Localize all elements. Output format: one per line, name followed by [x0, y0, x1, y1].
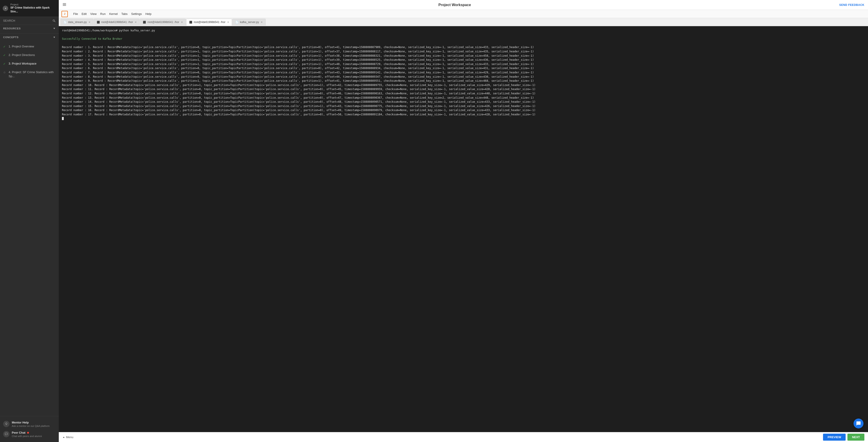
- sidebar-footer: Mentor Help Ask a mentor on our Q&A plat…: [0, 416, 59, 442]
- peer-chat-text: Peer Chat Chat with peers and alumni: [12, 431, 42, 438]
- svg-marker-3: [53, 28, 55, 29]
- menu-help[interactable]: Help: [145, 12, 151, 15]
- sidebar-item-label-directions: 2. Project Directions: [8, 53, 35, 57]
- concepts-label: CONCEPTS: [3, 36, 19, 39]
- resources-section-header[interactable]: RESOURCES: [0, 25, 59, 32]
- menu-file[interactable]: File: [73, 12, 78, 15]
- svg-rect-7: [5, 433, 7, 435]
- tab-data-stream-label: data_stream.py: [68, 21, 87, 24]
- jupyter-logo: J: [61, 11, 68, 17]
- tab-data-stream[interactable]: 📄 data_stream.py ×: [61, 19, 93, 26]
- tab-terminal-2[interactable]: ⬛ root@4de61998b541: /hor ×: [140, 19, 186, 26]
- terminal-output[interactable]: root@4de61998b541:/home/workspace# pytho…: [59, 26, 868, 432]
- sidebar: Project: SF Crime Statistics with Spark …: [0, 0, 59, 442]
- sidebar-project-info: Project: SF Crime Statistics with Spark …: [10, 3, 56, 13]
- terminal-record-line: Record number : 15. Record : RecordMetad…: [62, 104, 865, 108]
- tab-data-stream-icon: 📄: [64, 21, 67, 24]
- sidebar-collapse-button[interactable]: [3, 6, 8, 11]
- tabs-bar: 📄 data_stream.py × ⬛ root@4de61998b541: …: [59, 18, 868, 26]
- resources-label: RESOURCES: [3, 27, 21, 30]
- sidebar-search-bar[interactable]: SEARCH: [0, 17, 59, 25]
- tab-terminal-3[interactable]: ⬛ root@4de61998b541: /hor ×: [186, 19, 232, 26]
- menu-tabs[interactable]: Tabs: [121, 12, 127, 15]
- chevron-up-icon: [62, 436, 65, 439]
- next-button[interactable]: NEXT: [847, 434, 864, 441]
- search-icon: [53, 19, 56, 22]
- svg-rect-6: [6, 424, 7, 425]
- tab-kafka-server-label: kafka_server.py: [240, 21, 259, 24]
- tab-kafka-server-close[interactable]: ×: [260, 20, 262, 24]
- tab-terminal-3-close[interactable]: ×: [227, 20, 229, 24]
- peer-chat-item[interactable]: Peer Chat Chat with peers and alumni: [3, 429, 56, 439]
- terminal-record-line: Record number : 10. Record : RecordMetad…: [62, 83, 865, 88]
- svg-rect-11: [63, 5, 66, 6]
- menu-toggle-button[interactable]: Menu: [62, 436, 73, 439]
- send-feedback-button[interactable]: SEND FEEDBACK: [839, 3, 864, 6]
- sidebar-item-label-project: 4. Project: SF Crime Statistics with Sp.…: [8, 70, 56, 78]
- svg-rect-10: [63, 4, 66, 5]
- concepts-section-header[interactable]: CONCEPTS: [0, 34, 59, 40]
- main-content: Project Workspace SEND FEEDBACK J File E…: [59, 0, 868, 442]
- preview-button[interactable]: PREVIEW: [823, 434, 846, 441]
- tab-terminal-2-label: root@4de61998b541: /hor: [147, 21, 179, 24]
- terminal-record-line: Record number : 9. Record : RecordMetada…: [62, 79, 865, 83]
- sidebar-item-project[interactable]: ☆ 4. Project: SF Crime Statistics with S…: [0, 68, 59, 80]
- sidebar-item-overview[interactable]: ✓ 1. Project Overview: [0, 42, 59, 51]
- sidebar-item-directions[interactable]: ✓ 2. Project Directions: [0, 51, 59, 59]
- tab-kafka-server-icon: 📄: [235, 21, 239, 24]
- tab-terminal-2-close[interactable]: ×: [181, 20, 183, 24]
- tab-kafka-server[interactable]: 📄 kafka_server.py ×: [232, 19, 266, 26]
- svg-marker-4: [53, 37, 55, 38]
- hamburger-menu-button[interactable]: [62, 2, 66, 7]
- chat-bubble-icon: [856, 421, 861, 426]
- terminal-record-line: Record number : 12. Record : RecordMetad…: [62, 92, 865, 96]
- terminal-record-line: Record number : 5. Record : RecordMetada…: [62, 62, 865, 66]
- terminal-record-line: Record number : 4. Record : RecordMetada…: [62, 58, 865, 62]
- terminal-record-line: Record number : 13. Record : RecordMetad…: [62, 96, 865, 100]
- star-icon-project: ☆: [3, 70, 7, 74]
- topbar-title: Project Workspace: [70, 3, 839, 7]
- tab-terminal-1-label: root@4de61998b541: /hor: [101, 21, 133, 24]
- svg-point-5: [6, 423, 7, 424]
- svg-rect-9: [63, 3, 66, 4]
- sidebar-header: Project: SF Crime Statistics with Spark …: [0, 0, 59, 17]
- menu-view[interactable]: View: [90, 12, 96, 15]
- sidebar-item-workspace[interactable]: ✓ 3. Project Workspace: [0, 59, 59, 68]
- menu-label: Menu: [66, 436, 73, 439]
- menu-kernel[interactable]: Kernel: [109, 12, 118, 15]
- tab-terminal-3-icon: ⬛: [189, 21, 192, 24]
- peer-chat-dot: [27, 432, 29, 434]
- terminal-record-line: Record number : 7. Record : RecordMetada…: [62, 70, 865, 75]
- mentor-help-sub: Ask a mentor on our Q&A platform: [12, 424, 50, 427]
- tab-data-stream-close[interactable]: ×: [89, 20, 90, 24]
- concepts-collapse-icon: [53, 36, 56, 39]
- tab-terminal-1-close[interactable]: ×: [135, 20, 136, 24]
- check-icon-workspace: ✓: [3, 62, 7, 65]
- terminal-record-line: Record number : 2. Record : RecordMetada…: [62, 49, 865, 54]
- check-icon-directions: ✓: [3, 53, 7, 57]
- search-label: SEARCH: [3, 19, 53, 22]
- terminal-record-line: Record number : 1. Record : RecordMetada…: [62, 45, 865, 49]
- peer-chat-icon: [3, 431, 9, 437]
- mentor-help-text: Mentor Help Ask a mentor on our Q&A plat…: [12, 421, 50, 427]
- svg-line-2: [54, 21, 55, 22]
- terminal-record-line: Record number : 6. Record : RecordMetada…: [62, 66, 865, 70]
- menu-edit[interactable]: Edit: [82, 12, 87, 15]
- menu-run[interactable]: Run: [100, 12, 105, 15]
- chat-bubble-button[interactable]: [854, 418, 864, 429]
- tab-terminal-1[interactable]: ⬛ root@4de61998b541: /hor ×: [94, 19, 140, 26]
- menu-settings[interactable]: Settings: [131, 12, 142, 15]
- peer-chat-title: Peer Chat: [12, 431, 42, 434]
- sidebar-nav: ✓ 1. Project Overview ✓ 2. Project Direc…: [0, 40, 59, 416]
- peer-chat-sub: Chat with peers and alumni: [12, 435, 42, 438]
- mentor-help-item[interactable]: Mentor Help Ask a mentor on our Q&A plat…: [3, 419, 56, 429]
- terminal-record-line: Record number : 3. Record : RecordMetada…: [62, 54, 865, 58]
- hamburger-icon: [62, 2, 66, 6]
- mentor-help-icon: [3, 421, 9, 427]
- terminal-records: Record number : 1. Record : RecordMetada…: [62, 45, 865, 116]
- jupyter-toolbar: J File Edit View Run Kernel Tabs Setting…: [59, 10, 868, 18]
- sidebar-icons-section: RESOURCES: [0, 25, 59, 34]
- terminal-record-line: Record number : 14. Record : RecordMetad…: [62, 100, 865, 104]
- mentor-help-title: Mentor Help: [12, 421, 50, 424]
- terminal-record-line: Record number : 11. Record : RecordMetad…: [62, 87, 865, 92]
